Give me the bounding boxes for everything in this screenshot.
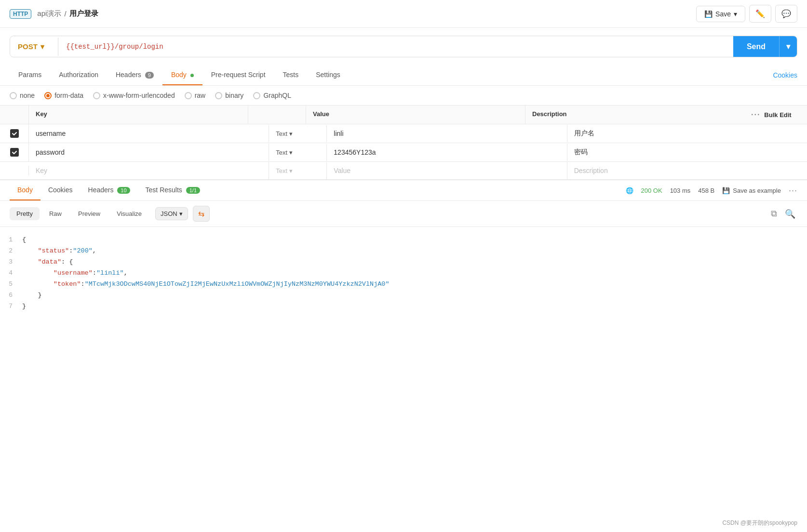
save-icon: 💾: [704, 10, 713, 18]
tab-cookies[interactable]: Cookies: [773, 66, 797, 85]
json-val-username: "linli": [96, 268, 124, 279]
json-brace-close: }: [22, 301, 26, 312]
row2-type-label: Text: [276, 149, 287, 156]
radio-raw[interactable]: raw: [185, 92, 206, 99]
url-bar: POST ▾ Send ▾: [10, 36, 797, 57]
wrap-icon: ⇆: [198, 210, 204, 218]
edit-icon: ✏️: [755, 10, 765, 18]
row1-type[interactable]: Text ▾: [269, 125, 327, 142]
response-more-icon[interactable]: ···: [789, 186, 797, 196]
response-meta: 🌐 200 OK 103 ms 458 B 💾 Save as example …: [626, 186, 797, 196]
format-btn-visualize[interactable]: Visualize: [110, 207, 148, 220]
row3-value[interactable]: Value: [327, 162, 567, 179]
json-indent-3: [22, 257, 38, 268]
radio-none-label: none: [20, 92, 35, 99]
format-type-chevron: ▾: [179, 210, 183, 217]
row1-type-select[interactable]: Text ▾: [276, 130, 320, 137]
copy-button[interactable]: ⧉: [769, 207, 779, 221]
radio-urlencoded[interactable]: x-www-form-urlencoded: [93, 92, 175, 99]
row2-desc[interactable]: 密码: [567, 143, 807, 161]
table-header-value: Value: [306, 106, 525, 124]
top-bar-actions: 💾 Save ▾ ✏️ 💬: [696, 5, 797, 23]
http-badge: HTTP: [10, 9, 31, 19]
response-time: 103 ms: [670, 187, 691, 194]
tab-prerequest[interactable]: Pre-request Script: [202, 65, 274, 85]
response-header: Body Cookies Headers 10 Test Results 1/1…: [0, 180, 807, 201]
json-line-5: 5 "token" : "MTcwMjk3ODcwMS40NjE1OTowZjI…: [5, 279, 797, 290]
method-select[interactable]: POST ▾: [10, 38, 58, 56]
row1-value[interactable]: linli: [327, 125, 567, 142]
json-sep-3: : {: [61, 257, 73, 268]
row2-value[interactable]: 123456Y123a: [327, 144, 567, 161]
tab-tests[interactable]: Tests: [274, 65, 308, 85]
json-line-4: 4 "username" : "linli" ,: [5, 268, 797, 279]
line-num-3: 3: [5, 257, 22, 267]
resp-tab-cookies[interactable]: Cookies: [40, 180, 81, 200]
bulk-edit-label[interactable]: Bulk Edit: [764, 111, 791, 119]
radio-binary-circle: [215, 92, 222, 99]
comment-icon: 💬: [781, 10, 791, 18]
table-more-icon[interactable]: ···: [751, 110, 760, 119]
line-num-5: 5: [5, 279, 22, 290]
row2-key-text: password: [36, 148, 65, 156]
format-btn-pretty[interactable]: Pretty: [10, 207, 40, 220]
row2-type-chevron: ▾: [289, 149, 293, 156]
checkmark-icon: [12, 131, 17, 136]
breadcrumb-parent[interactable]: api演示: [37, 9, 61, 18]
radio-graphql[interactable]: GraphQL: [253, 92, 291, 99]
format-type-select[interactable]: JSON ▾: [155, 207, 188, 220]
save-example-button[interactable]: 💾 Save as example: [722, 187, 781, 194]
tab-headers[interactable]: Headers 9: [107, 65, 162, 85]
row1-desc[interactable]: 用户名: [567, 124, 807, 143]
row3-key[interactable]: Key: [29, 162, 269, 179]
row2-checkbox[interactable]: [10, 148, 19, 157]
row3-desc[interactable]: Description: [567, 162, 807, 179]
row2-type[interactable]: Text ▾: [269, 144, 327, 161]
tab-params[interactable]: Params: [10, 65, 50, 85]
method-dropdown-icon: ▾: [40, 42, 44, 51]
radio-raw-circle: [185, 92, 192, 99]
row3-desc-placeholder: Description: [574, 167, 608, 174]
format-btn-raw[interactable]: Raw: [42, 207, 68, 220]
edit-button[interactable]: ✏️: [749, 5, 771, 23]
tab-body[interactable]: Body: [162, 65, 202, 85]
json-sep-2: :: [69, 246, 73, 257]
row3-type-label: Text: [276, 167, 287, 174]
json-sep-4: :: [93, 268, 96, 279]
json-val-token: "MTcwMjk3ODcwMS40NjE1OTowZjI2MjEwNzUxMzl…: [85, 279, 390, 290]
tab-settings[interactable]: Settings: [307, 65, 349, 85]
resp-tab-testresults[interactable]: Test Results 1/1: [138, 180, 208, 200]
line-num-7: 7: [5, 301, 22, 312]
row2-type-select[interactable]: Text ▾: [276, 149, 320, 156]
row3-type-select[interactable]: Text ▾: [276, 167, 320, 174]
format-btn-preview[interactable]: Preview: [71, 207, 107, 220]
radio-none[interactable]: none: [10, 92, 35, 99]
format-type-label: JSON: [161, 210, 177, 217]
save-button[interactable]: 💾 Save ▾: [696, 6, 745, 22]
json-sep-5: :: [81, 279, 85, 290]
row2-desc-text: 密码: [574, 148, 588, 156]
row2-check-cell: [0, 143, 29, 161]
url-input[interactable]: [58, 38, 733, 55]
comment-button[interactable]: 💬: [775, 5, 797, 23]
response-status: 200 OK: [641, 187, 662, 194]
json-line-3: 3 "data" : {: [5, 257, 797, 268]
response-tabs: Body Cookies Headers 10 Test Results 1/1: [10, 180, 208, 200]
resp-tab-headers[interactable]: Headers 10: [81, 180, 138, 200]
row1-checkbox[interactable]: [10, 129, 19, 138]
radio-binary[interactable]: binary: [215, 92, 243, 99]
table-header-key: Key: [29, 106, 248, 124]
radio-formdata[interactable]: form-data: [44, 92, 83, 99]
save-label: Save: [715, 10, 731, 18]
resp-tab-body[interactable]: Body: [10, 180, 40, 200]
json-indent-2: [22, 246, 38, 257]
row3-type[interactable]: Text ▾: [269, 162, 327, 179]
json-indent-5: [22, 279, 54, 290]
row2-key[interactable]: password: [29, 144, 269, 161]
search-button[interactable]: 🔍: [783, 207, 797, 221]
wrap-button[interactable]: ⇆: [193, 206, 210, 222]
send-button[interactable]: Send ▾: [733, 36, 797, 57]
globe-icon: 🌐: [626, 187, 633, 194]
tab-authorization[interactable]: Authorization: [50, 65, 107, 85]
row1-key[interactable]: username: [29, 125, 269, 142]
